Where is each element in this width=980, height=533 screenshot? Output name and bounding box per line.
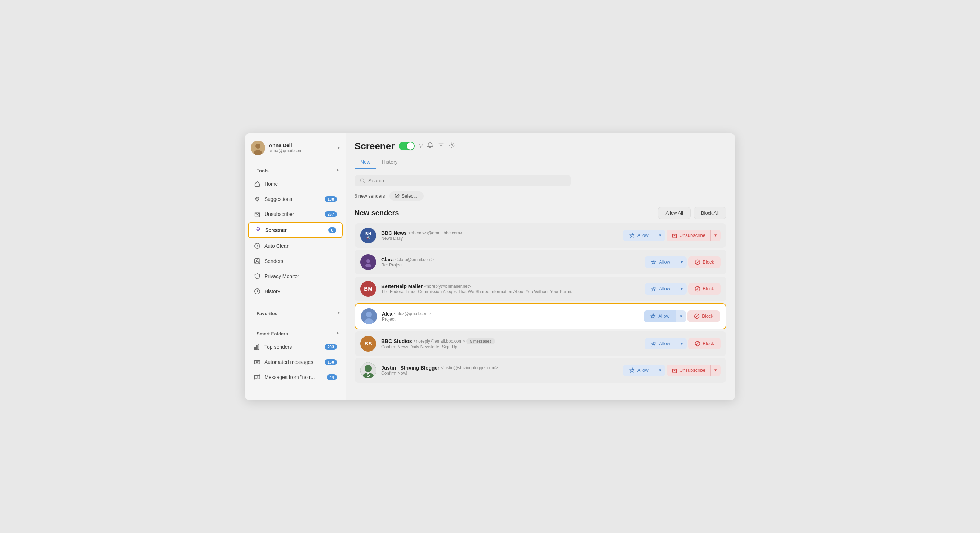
thumbs-up-icon-justin bbox=[630, 367, 635, 373]
allow-dropdown-betterhelp[interactable]: ▾ bbox=[677, 283, 687, 295]
allow-dropdown-bbc-studios[interactable]: ▾ bbox=[677, 338, 687, 349]
smart-folders-collapse-icon[interactable]: ▲ bbox=[336, 330, 340, 335]
tab-history[interactable]: History bbox=[376, 156, 404, 169]
unsub-dropdown-justin[interactable]: ▾ bbox=[711, 365, 721, 376]
favorites-header: Favorites ▾ bbox=[245, 305, 345, 319]
sidebar-item-privacy-monitor[interactable]: Privacy Monitor bbox=[248, 269, 343, 284]
svg-rect-10 bbox=[258, 344, 259, 349]
tabs: New History bbox=[355, 156, 726, 169]
tab-new[interactable]: New bbox=[355, 156, 376, 169]
sender-avatar-alex bbox=[361, 308, 377, 324]
sidebar-item-home[interactable]: Home bbox=[248, 177, 343, 191]
unsubscribe-button-justin[interactable]: Unsubscribe bbox=[667, 365, 711, 376]
checkmark-icon bbox=[395, 193, 399, 198]
allow-dropdown-justin[interactable]: ▾ bbox=[655, 365, 665, 376]
svg-point-1 bbox=[255, 144, 261, 148]
sender-name-clara: Clara bbox=[381, 257, 394, 263]
allow-button-justin[interactable]: Allow bbox=[623, 365, 655, 376]
block-icon-clara bbox=[695, 259, 700, 265]
unsubscribe-label: Unsubscribe bbox=[679, 233, 705, 238]
sidebar-item-screener[interactable]: Screener 6 bbox=[248, 222, 343, 238]
sender-row-bbc-news: BN 📢 BBC News <bbcnews@email.bbc.com> Ne… bbox=[355, 223, 726, 248]
svg-point-3 bbox=[256, 197, 259, 200]
block-label-alex: Block bbox=[702, 313, 713, 319]
allow-button-bbc-studios[interactable]: Allow bbox=[644, 338, 677, 349]
user-section[interactable]: Anna Deli anna@gmail.com ▾ bbox=[245, 133, 345, 162]
automated-badge: 160 bbox=[325, 359, 337, 365]
allow-label-alex: Allow bbox=[658, 313, 670, 319]
select-button[interactable]: Select... bbox=[390, 191, 424, 201]
divider-2 bbox=[251, 322, 340, 322]
allow-all-button[interactable]: Allow All bbox=[658, 207, 690, 219]
unsubscribe-button-bbc-news[interactable]: Unsubscribe bbox=[667, 230, 711, 241]
allow-group-betterhelp: Allow ▾ bbox=[644, 283, 687, 295]
user-chevron-icon[interactable]: ▾ bbox=[337, 145, 340, 150]
svg-point-6 bbox=[256, 259, 258, 261]
settings-icon[interactable] bbox=[449, 142, 455, 150]
home-label: Home bbox=[264, 181, 337, 187]
block-button-bbc-studios[interactable]: Block bbox=[688, 338, 721, 349]
block-button-betterhelp[interactable]: Block bbox=[688, 283, 721, 295]
allow-group-bbc-news: Allow ▾ bbox=[623, 230, 665, 241]
search-icon bbox=[360, 178, 365, 184]
bell-icon[interactable] bbox=[427, 142, 433, 150]
block-all-button[interactable]: Block All bbox=[694, 207, 726, 219]
unsubscriber-icon bbox=[254, 211, 261, 218]
sidebar-item-no-reply[interactable]: Messages from "no r... 44 bbox=[248, 370, 343, 385]
block-button-alex[interactable]: Block bbox=[687, 311, 720, 322]
sidebar-item-suggestions[interactable]: Suggestions 108 bbox=[248, 192, 343, 206]
no-reply-icon bbox=[254, 373, 261, 381]
unsub-dropdown-bbc-news[interactable]: ▾ bbox=[711, 230, 721, 241]
allow-dropdown-clara[interactable]: ▾ bbox=[677, 256, 687, 268]
unsubscriber-badge: 267 bbox=[325, 211, 337, 217]
action-buttons: Allow All Block All bbox=[658, 207, 726, 219]
smart-folders-label: Smart Folders bbox=[251, 328, 294, 338]
block-icon-bbc-studios bbox=[695, 341, 700, 346]
sidebar-item-automated[interactable]: Automated messages 160 bbox=[248, 355, 343, 369]
sidebar-item-auto-clean[interactable]: Auto Clean bbox=[248, 239, 343, 253]
thumbs-up-icon-clara bbox=[651, 259, 657, 265]
sender-subject-bbc-studios: Confirm News Daily Newsletter Sign Up bbox=[381, 345, 597, 349]
block-label-bbc-studios: Block bbox=[703, 341, 714, 346]
block-button-clara[interactable]: Block bbox=[688, 256, 721, 268]
sender-subject-clara: Re: Project bbox=[381, 263, 597, 268]
sender-info-bbc-studios: BBC Studios <noreply@email.bbc.com> 5 me… bbox=[381, 338, 640, 349]
svg-point-14 bbox=[395, 194, 399, 198]
privacy-monitor-label: Privacy Monitor bbox=[264, 273, 337, 279]
sidebar-item-senders[interactable]: Senders bbox=[248, 254, 343, 268]
user-email: anna@gmail.com bbox=[269, 148, 334, 153]
allow-group-clara: Allow ▾ bbox=[644, 256, 687, 268]
sidebar-item-history[interactable]: History bbox=[248, 284, 343, 298]
suggestions-icon bbox=[254, 195, 261, 203]
search-input[interactable] bbox=[368, 178, 566, 184]
row-actions-bbc-studios: Allow ▾ Block bbox=[644, 338, 721, 349]
allow-button-bbc-news[interactable]: Allow bbox=[623, 230, 655, 241]
allow-button-alex[interactable]: Allow bbox=[644, 311, 676, 322]
unsubscribe-icon bbox=[671, 233, 677, 238]
select-label: Select... bbox=[402, 193, 418, 199]
header: Screener ? New History bbox=[346, 133, 735, 169]
allow-button-betterhelp[interactable]: Allow bbox=[644, 283, 677, 295]
filter-icon[interactable] bbox=[438, 142, 444, 150]
sender-email-bbc-studios: <noreply@email.bbc.com> bbox=[414, 338, 465, 344]
content-area: 6 new senders Select... New senders Allo… bbox=[346, 169, 735, 400]
help-icon[interactable]: ? bbox=[419, 142, 423, 150]
sender-subject-bbc-news: News Daily bbox=[381, 236, 597, 241]
sidebar-item-unsubscriber[interactable]: Unsubscriber 267 bbox=[248, 207, 343, 222]
sender-subject-betterhelp: The Federal Trade Commission Alleges Tha… bbox=[381, 289, 597, 294]
thumbs-up-icon-bbc-studios bbox=[651, 341, 657, 346]
allow-dropdown-alex[interactable]: ▾ bbox=[676, 311, 686, 322]
screener-toggle[interactable] bbox=[399, 142, 415, 150]
row-actions-justin: Allow ▾ Unsubscribe ▾ bbox=[623, 365, 721, 376]
tools-collapse-icon[interactable]: ▲ bbox=[336, 168, 340, 172]
avatar bbox=[251, 140, 265, 155]
allow-dropdown-bbc-news[interactable]: ▾ bbox=[655, 230, 665, 241]
svg-text:S: S bbox=[366, 372, 370, 378]
sidebar-item-top-senders[interactable]: Top senders 203 bbox=[248, 340, 343, 354]
allow-button-clara[interactable]: Allow bbox=[644, 256, 677, 268]
favorites-collapse-icon[interactable]: ▾ bbox=[337, 310, 340, 315]
top-senders-label: Top senders bbox=[264, 344, 321, 350]
sender-email-alex: <alex@gmail.com> bbox=[394, 311, 431, 316]
top-senders-badge: 203 bbox=[325, 344, 337, 350]
user-name: Anna Deli bbox=[269, 142, 334, 148]
